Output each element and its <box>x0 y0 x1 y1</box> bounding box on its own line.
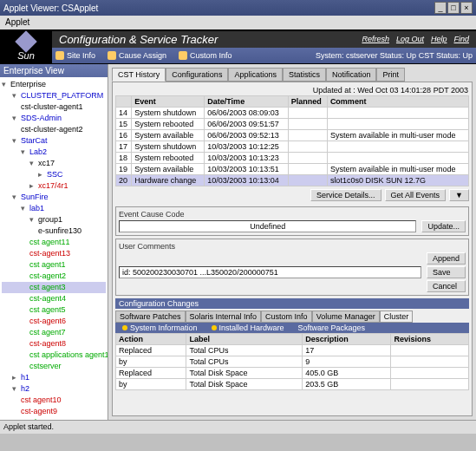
tree-node[interactable]: cst-cluster-agent2 <box>2 124 106 135</box>
tree-node[interactable]: ▾CLUSTER_PLATFORM <box>2 90 106 101</box>
tree-node[interactable]: ▾lab1 <box>2 203 106 214</box>
tree-node[interactable]: e-sunfire130 <box>2 226 106 237</box>
tree-node[interactable]: ▾xc17 <box>2 158 106 169</box>
table-row[interactable]: 19System available10/03/2003 10:13:51Sys… <box>116 164 469 175</box>
cause-value: Undefined <box>119 220 416 232</box>
events-dropdown-button[interactable]: ▼ <box>449 189 469 201</box>
tree-node[interactable]: cst agent5 <box>2 304 106 316</box>
tree-node[interactable]: ▾h2 <box>2 383 106 395</box>
tree-node[interactable]: cst-agent13 <box>2 248 106 259</box>
subtab-volmgr[interactable]: Volume Manager <box>312 310 380 323</box>
col-comment[interactable]: Comment <box>327 96 468 108</box>
tab-cst-history[interactable]: CST History <box>112 68 166 82</box>
tree-node[interactable]: ▾group1 <box>2 214 106 226</box>
col-desc[interactable]: Description <box>303 334 391 345</box>
append-button[interactable]: Append <box>427 252 466 265</box>
comments-legend: User Comments <box>119 242 466 251</box>
tree-node[interactable]: cstserver <box>2 361 106 372</box>
logout-link[interactable]: Log Out <box>396 35 424 43</box>
table-row[interactable]: 20Hardware change10/03/2003 10:13:04slot… <box>116 175 469 186</box>
tree-node[interactable]: cst-cluster-agent1 <box>2 101 106 113</box>
tree-node[interactable]: cst agent1 <box>2 259 106 271</box>
site-icon <box>55 51 64 60</box>
config-table[interactable]: Action Label Description Revisions Repla… <box>115 333 469 390</box>
refresh-link[interactable]: Refresh <box>362 35 389 43</box>
custom-info-button[interactable]: Custom Info <box>179 51 232 60</box>
subtab2-hardware[interactable]: Installed Hardware <box>205 323 291 333</box>
update-button[interactable]: Update... <box>421 220 466 232</box>
maximize-icon[interactable]: □ <box>447 2 460 14</box>
tree-node[interactable]: ▾SunFire <box>2 192 106 203</box>
subtab-custom[interactable]: Custom Info <box>261 310 312 323</box>
site-info-button[interactable]: Site Info <box>55 51 95 60</box>
config-changes-title: Configuration Changes <box>115 298 469 309</box>
col-action[interactable]: Action <box>116 334 186 345</box>
tree-node[interactable]: cst-agent8 <box>2 338 106 350</box>
tab-print[interactable]: Print <box>376 68 405 82</box>
cancel-button[interactable]: Cancel <box>427 280 466 292</box>
tree-node[interactable]: cstcluster1 <box>2 417 106 420</box>
col-datetime[interactable]: Date/Time <box>205 96 288 108</box>
col-label[interactable]: Label <box>186 334 303 345</box>
get-all-events-button[interactable]: Get All Events <box>385 189 447 201</box>
table-row[interactable]: 17System shutdown10/03/2003 10:12:25 <box>116 141 469 153</box>
table-row[interactable]: ReplacedTotal Disk Space405.0 GB <box>116 368 469 379</box>
subtab-solaris[interactable]: Solaris Internal Info <box>186 310 262 323</box>
tree-node[interactable]: cst-agent4 <box>2 293 106 304</box>
dot-icon <box>212 325 217 330</box>
tree-node[interactable]: cst-agent6 <box>2 316 106 327</box>
menu-applet[interactable]: Applet <box>5 17 29 27</box>
tree-node[interactable]: ▸SSC <box>2 169 106 180</box>
dot-icon <box>122 325 127 330</box>
custom-icon <box>179 51 187 60</box>
subtab2-software[interactable]: Software Packages <box>291 323 373 333</box>
tree-node[interactable]: ▾Enterprise <box>2 79 106 90</box>
sun-logo: Sun <box>0 34 52 61</box>
table-row[interactable]: 16System available06/06/2003 09:52:13Sys… <box>116 130 469 141</box>
tree-node[interactable]: ▾SDS-Admin <box>2 113 106 124</box>
tree-node[interactable]: cst-agent9 <box>2 406 106 417</box>
tab-configurations[interactable]: Configurations <box>166 68 228 82</box>
tab-notification[interactable]: Notification <box>326 68 377 82</box>
table-row[interactable]: 14System shutdown06/06/2003 08:09:03 <box>116 108 469 119</box>
updated-label: Updated at : Wed Oct 03 14:01:28 PDT 200… <box>115 85 469 95</box>
col-rev[interactable]: Revisions <box>391 334 469 345</box>
tree-node[interactable]: ▾StarCat <box>2 135 106 147</box>
save-button[interactable]: Save <box>427 266 466 278</box>
cause-assign-button[interactable]: Cause Assign <box>108 51 166 60</box>
table-row[interactable]: byTotal Disk Space203.5 GB <box>116 379 469 390</box>
history-table[interactable]: Event Date/Time Planned Comment 14System… <box>115 95 469 186</box>
subtab-cluster[interactable]: Cluster <box>380 310 414 323</box>
tree-node[interactable]: cst agent10 <box>2 395 106 406</box>
tree-node[interactable]: ▾Lab2 <box>2 147 106 158</box>
subtab-patches[interactable]: Software Patches <box>115 310 186 323</box>
help-link[interactable]: Help <box>431 35 447 43</box>
col-event[interactable]: Event <box>132 96 205 108</box>
tree-node[interactable]: cst agent7 <box>2 327 106 338</box>
tree-node[interactable]: ▸h1 <box>2 372 106 383</box>
tree-node[interactable]: ▸xc17/4r1 <box>2 180 106 192</box>
comments-text[interactable]: id: 500200230030701 ...L350020/200000751 <box>119 266 421 278</box>
subtab2-sysinfo[interactable]: System Information <box>115 323 205 333</box>
table-row[interactable]: ReplacedTotal CPUs17 <box>116 345 469 356</box>
table-row[interactable]: 18System rebooted10/03/2003 10:13:23 <box>116 153 469 164</box>
close-icon[interactable]: × <box>460 2 473 14</box>
system-status: System: cstserver Status: Up CST Status:… <box>316 51 473 60</box>
table-row[interactable]: 15System rebooted06/06/2003 09:51:57 <box>116 119 469 130</box>
tab-statistics[interactable]: Statistics <box>283 68 326 82</box>
tree-node[interactable]: cst-agent2 <box>2 271 106 282</box>
cause-legend: Event Cause Code <box>119 210 466 219</box>
table-row[interactable]: byTotal CPUs9 <box>116 356 469 368</box>
tree-node[interactable]: cst agent11 <box>2 237 106 248</box>
tree-node[interactable]: cst applications agent12 <box>2 350 106 361</box>
minimize-icon[interactable]: _ <box>434 2 447 14</box>
window-title: Applet Viewer: CSApplet <box>3 3 98 13</box>
tab-applications[interactable]: Applications <box>228 68 283 82</box>
tree-node[interactable]: cst agent3 <box>2 282 106 293</box>
enterprise-tree[interactable]: ▾Enterprise▾CLUSTER_PLATFORMcst-cluster-… <box>0 77 108 420</box>
service-details-button[interactable]: Service Details... <box>310 189 381 201</box>
sidebar-title: Enterprise View <box>0 64 108 77</box>
find-link[interactable]: Find <box>453 35 469 43</box>
col-n[interactable] <box>116 96 132 108</box>
col-planned[interactable]: Planned <box>288 96 327 108</box>
